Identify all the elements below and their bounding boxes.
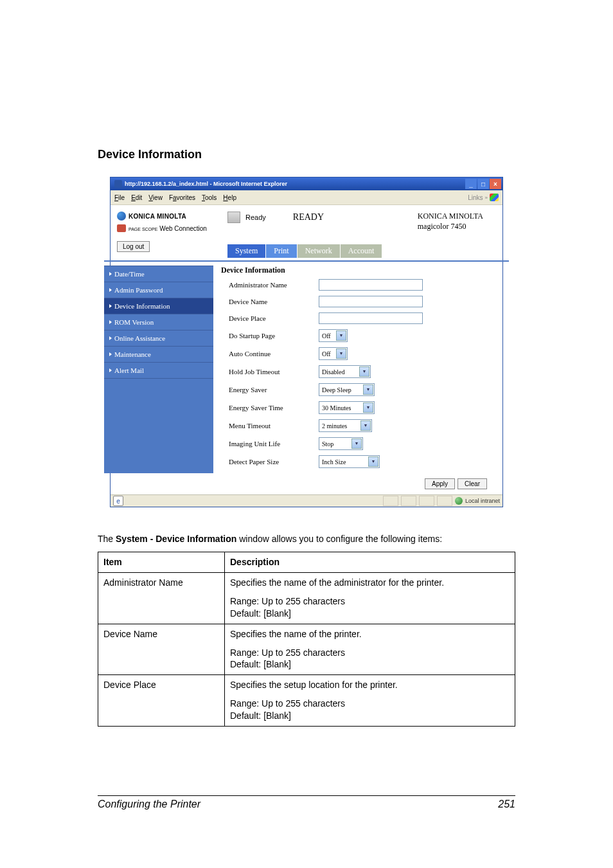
sidebar-label: Date/Time — [114, 270, 145, 278]
konica-minolta-text: KONICA MINOLTA — [129, 213, 186, 220]
triangle-icon — [109, 352, 112, 356]
device-model: KONICA MINOLTA magicolor 7450 — [418, 212, 496, 231]
menu-tools[interactable]: Tools — [202, 194, 217, 201]
triangle-icon — [109, 368, 112, 372]
triangle-icon — [109, 336, 112, 340]
sidebar: Date/Time Admin Password Device Informat… — [104, 266, 213, 473]
desc-text: Specifies the setup location for the pri… — [230, 679, 510, 691]
cell-item: Administrator Name — [98, 572, 225, 624]
form-title: Device Information — [221, 266, 496, 275]
sidebar-label: Maintenance — [114, 350, 151, 358]
sidebar-label: Online Assistance — [114, 334, 165, 342]
label-energy-saver: Energy Saver — [221, 386, 319, 393]
dropdown-icon: ▼ — [351, 439, 362, 449]
sidebar-item-admin-password[interactable]: Admin Password — [104, 282, 213, 298]
ready-text-big: READY — [293, 212, 324, 222]
clear-button[interactable]: Clear — [458, 478, 487, 489]
dropdown-icon: ▼ — [368, 457, 378, 467]
section-heading: Device Information — [98, 148, 515, 161]
close-button[interactable]: × — [490, 179, 501, 189]
ie-titlebar: http://192.168.1.2/a_index.html - Micros… — [111, 177, 502, 190]
sidebar-item-maintenance[interactable]: Maintenance — [104, 347, 213, 363]
desc-default: Default: [Blank] — [230, 658, 510, 671]
cell-item: Device Name — [98, 624, 225, 675]
tab-system[interactable]: System — [227, 244, 265, 258]
dropdown-icon: ▼ — [336, 348, 346, 359]
select-detect-paper-size[interactable]: Inch Size▼ — [319, 455, 380, 468]
cell-desc: Specifies the name of the printer. Range… — [225, 624, 515, 675]
para-bold: System - Device Information — [116, 534, 236, 544]
status-segment — [437, 496, 452, 506]
para-prefix: The — [98, 534, 116, 544]
table-row: Administrator Name Specifies the name of… — [98, 572, 515, 624]
label-admin-name: Administrator Name — [221, 281, 319, 289]
maximize-button[interactable]: □ — [477, 179, 489, 189]
ie-menubar: File Edit View Favorites Tools Help Link… — [111, 190, 502, 205]
zone-icon — [455, 497, 463, 505]
pagescope-web-connection: PAGE SCOPE Web Connection — [117, 224, 220, 232]
input-device-name[interactable] — [319, 296, 423, 307]
label-hold-job-timeout: Hold Job Timeout — [221, 368, 319, 375]
sidebar-item-alert-mail[interactable]: Alert Mail — [104, 363, 213, 379]
footer-title: Configuring the Printer — [98, 799, 200, 810]
select-value: Off — [322, 350, 331, 357]
sidebar-item-device-information[interactable]: Device Information — [104, 298, 213, 314]
th-description: Description — [225, 552, 515, 573]
select-startup-page[interactable]: Off▼ — [319, 329, 348, 342]
menu-file[interactable]: File — [114, 194, 125, 201]
th-item: Item — [98, 552, 225, 573]
triangle-icon — [109, 288, 112, 292]
sidebar-item-rom-version[interactable]: ROM Version — [104, 314, 213, 330]
label-menu-timeout: Menu Timeout — [221, 422, 319, 429]
tab-account[interactable]: Account — [341, 244, 382, 258]
input-admin-name[interactable] — [319, 279, 423, 291]
label-energy-saver-time: Energy Saver Time — [221, 404, 319, 411]
select-energy-saver-time[interactable]: 30 Minutes▼ — [319, 401, 375, 414]
menu-edit[interactable]: Edit — [131, 194, 142, 201]
status-segment — [383, 496, 398, 506]
input-device-place[interactable] — [319, 312, 423, 324]
ie-window-title: http://192.168.1.2/a_index.html - Micros… — [125, 181, 287, 187]
cell-item: Device Place — [98, 675, 225, 727]
table-row: Device Place Specifies the setup locatio… — [98, 675, 515, 727]
cell-desc: Specifies the name of the administrator … — [225, 572, 515, 624]
menu-help[interactable]: Help — [223, 194, 236, 201]
select-auto-continue[interactable]: Off▼ — [319, 347, 348, 360]
label-auto-continue: Auto Continue — [221, 350, 319, 357]
ready-text-small: Ready — [245, 213, 266, 221]
tab-network[interactable]: Network — [298, 244, 340, 258]
sidebar-label: Device Information — [114, 302, 170, 310]
ie-flag-icon — [490, 194, 499, 201]
status-zone: Local intranet — [455, 497, 500, 505]
menu-favorites[interactable]: Favorites — [169, 194, 195, 201]
logout-button[interactable]: Log out — [117, 241, 150, 252]
konica-minolta-logo: KONICA MINOLTA — [117, 212, 220, 221]
sidebar-item-date-time[interactable]: Date/Time — [104, 266, 213, 282]
select-hold-job-timeout[interactable]: Disabled▼ — [319, 365, 371, 378]
ie-links[interactable]: Links » — [468, 194, 499, 201]
select-energy-saver[interactable]: Deep Sleep▼ — [319, 383, 375, 396]
select-value: Off — [322, 332, 331, 339]
table-row: Device Name Specifies the name of the pr… — [98, 624, 515, 675]
sidebar-item-online-assistance[interactable]: Online Assistance — [104, 330, 213, 347]
status-done-icon: e — [113, 496, 123, 506]
dropdown-icon: ▼ — [363, 402, 373, 413]
dropdown-icon: ▼ — [360, 420, 371, 431]
minimize-button[interactable]: _ — [465, 179, 477, 189]
select-imaging-unit-life[interactable]: Stop▼ — [319, 437, 363, 450]
label-device-place: Device Place — [221, 314, 319, 322]
label-detect-paper-size: Detect Paper Size — [221, 458, 319, 466]
select-value: 30 Minutes — [322, 404, 351, 411]
dropdown-icon: ▼ — [336, 330, 346, 341]
select-menu-timeout[interactable]: 2 minutes▼ — [319, 419, 372, 432]
select-value: 2 minutes — [322, 422, 347, 429]
para-suffix: window allows you to configure the follo… — [236, 534, 442, 544]
apply-button[interactable]: Apply — [425, 478, 455, 489]
menu-view[interactable]: View — [148, 194, 163, 201]
pagescope-icon — [117, 224, 126, 232]
label-startup-page: Do Startup Page — [221, 332, 319, 339]
settings-table: Item Description Administrator Name Spec… — [98, 552, 515, 727]
desc-default: Default: [Blank] — [230, 608, 510, 620]
select-value: Stop — [322, 440, 333, 448]
tab-print[interactable]: Print — [266, 244, 296, 258]
